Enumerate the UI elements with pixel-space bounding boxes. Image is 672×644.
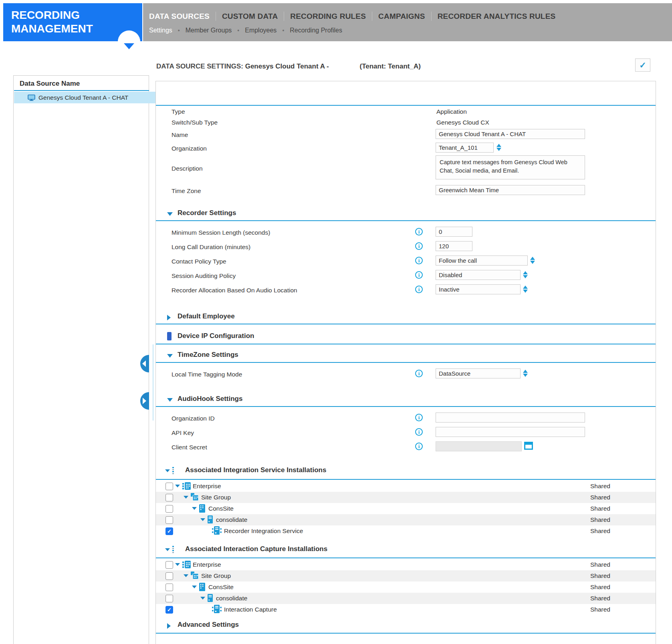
node-label[interactable]: ConsSite [208, 584, 234, 591]
tree-row-consolidate: consolidate Shared [156, 514, 656, 525]
info-icon[interactable]: i [415, 286, 423, 293]
integration-collapse-icon[interactable] [165, 469, 170, 472]
tab-recording-rules[interactable]: RECORDING RULES [284, 12, 372, 21]
integration-tree-icon [172, 467, 174, 475]
default-employee-expand-icon[interactable] [167, 315, 171, 320]
node-label[interactable]: Enterprise [193, 483, 221, 490]
data-source-sidebar: Data Source Name Genesys Cloud Tenant A … [13, 75, 149, 644]
node-collapse-icon[interactable] [175, 563, 180, 566]
local-time-tagging-spinner-icon[interactable] [523, 369, 528, 378]
node-collapse-icon[interactable] [200, 597, 205, 600]
subtab-settings[interactable]: Settings [149, 27, 175, 34]
checkbox-checked[interactable]: ✓ [165, 527, 173, 535]
recording-management-app: RECORDING MANAGEMENT DATA SOURCES CUSTOM… [0, 0, 672, 644]
checkbox[interactable] [165, 572, 173, 580]
session-auditing-select[interactable] [436, 270, 521, 280]
advanced-settings-expand-icon[interactable] [167, 623, 171, 629]
subtab-recording-profiles[interactable]: Recording Profiles [287, 27, 345, 34]
node-collapse-icon[interactable] [184, 496, 188, 499]
timezone-settings-collapse-icon[interactable] [167, 354, 173, 358]
capture-tree-icon [172, 546, 174, 554]
checkbox[interactable] [165, 483, 173, 490]
node-collapse-icon[interactable] [184, 574, 188, 577]
sidebar-header: Data Source Name [20, 80, 80, 88]
node-collapse-icon[interactable] [192, 507, 197, 510]
tab-data-sources[interactable]: DATA SOURCES [149, 12, 216, 21]
confirm-button[interactable]: ✓ [635, 58, 650, 72]
name-input[interactable] [436, 129, 585, 139]
name-label: Name [172, 131, 188, 139]
tab-campaigns[interactable]: CAMPAIGNS [372, 12, 431, 21]
local-time-tagging-select[interactable] [436, 368, 521, 378]
api-key-input[interactable] [436, 427, 585, 437]
checkbox[interactable] [165, 584, 173, 591]
node-label[interactable]: Site Group [201, 572, 231, 580]
checkbox[interactable] [165, 561, 173, 569]
subtab-employees[interactable]: Employees [242, 27, 279, 34]
info-icon[interactable]: i [415, 271, 423, 279]
node-label[interactable]: Recorder Integration Service [224, 527, 303, 535]
service-icon [212, 605, 222, 614]
shared-badge: Shared [590, 595, 610, 602]
sub-tabs: Settings • Member Groups • Employees • R… [149, 27, 345, 34]
sidebar-item-genesys-cloud-tenant-a-chat[interactable]: Genesys Cloud Tenant A - CHAT [14, 92, 163, 103]
checkbox[interactable] [165, 505, 173, 513]
session-auditing-spinner-icon[interactable] [523, 270, 528, 279]
min-session-label: Minimum Session Length (seconds) [172, 229, 270, 236]
form-top-line [156, 105, 656, 106]
audiohook-collapse-icon[interactable] [167, 398, 173, 402]
capture-collapse-icon[interactable] [165, 548, 170, 551]
info-icon[interactable]: i [415, 370, 423, 377]
server-icon [208, 594, 213, 602]
client-secret-label: Client Secret [172, 444, 207, 451]
open-dialog-icon[interactable] [524, 442, 533, 450]
node-label[interactable]: Interaction Capture [224, 606, 277, 613]
node-collapse-icon[interactable] [175, 485, 180, 487]
recorder-settings-collapse-icon[interactable] [167, 212, 173, 216]
default-employee-line [156, 324, 656, 324]
node-collapse-icon[interactable] [200, 518, 205, 521]
type-label: Type [172, 108, 185, 115]
info-icon[interactable]: i [415, 228, 423, 235]
node-label[interactable]: Enterprise [193, 561, 221, 568]
session-auditing-label: Session Auditing Policy [172, 272, 236, 280]
organization-select[interactable] [436, 143, 494, 153]
info-icon[interactable]: i [415, 428, 423, 436]
info-icon[interactable]: i [415, 443, 423, 450]
min-session-input[interactable] [436, 227, 472, 237]
contact-policy-spinner-icon[interactable] [530, 256, 535, 265]
organization-id-label: Organization ID [172, 415, 215, 422]
enterprise-icon [182, 482, 191, 490]
node-label[interactable]: Site Group [201, 494, 231, 501]
audiohook-line [156, 406, 656, 407]
header-collapse-arrow-icon[interactable] [124, 43, 134, 49]
node-label[interactable]: ConsSite [208, 505, 234, 512]
recorder-allocation-select[interactable] [436, 284, 521, 294]
organization-spinner-icon[interactable] [496, 143, 502, 152]
description-textarea[interactable]: Capture text messages from Genesys Cloud… [436, 155, 585, 179]
node-label[interactable]: consolidate [216, 595, 247, 602]
page-title-name: Genesys Cloud Tenant A - [245, 62, 329, 70]
tab-custom-data[interactable]: CUSTOM DATA [216, 12, 284, 21]
node-collapse-icon[interactable] [192, 586, 197, 588]
node-label[interactable]: consolidate [216, 516, 247, 523]
subtab-member-groups[interactable]: Member Groups [183, 27, 234, 34]
advanced-settings-title: Advanced Settings [178, 621, 239, 629]
checkbox[interactable] [165, 494, 173, 501]
info-icon[interactable]: i [415, 242, 423, 250]
contact-policy-select[interactable] [436, 256, 528, 266]
recorder-allocation-spinner-icon[interactable] [523, 285, 528, 294]
info-icon[interactable]: i [415, 257, 423, 264]
type-value: Application [436, 108, 467, 115]
checkbox[interactable] [165, 516, 173, 524]
checkbox[interactable] [165, 595, 173, 602]
long-call-input[interactable] [436, 241, 472, 251]
info-icon[interactable]: i [415, 414, 423, 421]
checkbox-checked[interactable]: ✓ [165, 606, 173, 614]
tab-recorder-analytics-rules[interactable]: RECORDER ANALYTICS RULES [432, 12, 562, 21]
time-zone-input[interactable] [436, 185, 585, 195]
organization-id-input[interactable] [436, 413, 585, 423]
sidebar-item-label: Genesys Cloud Tenant A - CHAT [38, 94, 128, 101]
check-icon: ✓ [639, 60, 646, 70]
page-title-tenant: (Tenant: Tenant_A) [359, 62, 420, 70]
